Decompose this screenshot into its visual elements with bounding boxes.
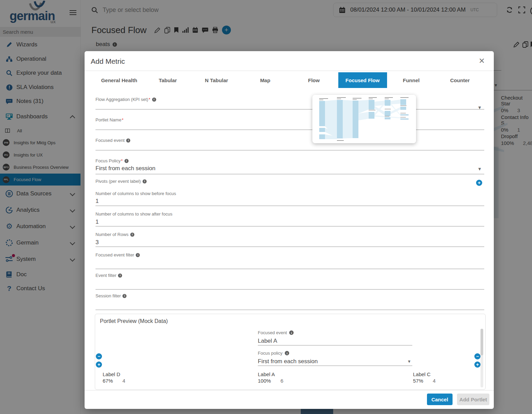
focused-event-label: Focused eventi [95, 138, 130, 143]
node-label: Label D [103, 371, 125, 377]
node-count: 6 [280, 378, 283, 384]
focused-event-input[interactable] [95, 150, 484, 150]
session-filter-input[interactable] [95, 310, 484, 310]
preview-focus-policy-label: Focus policyi [258, 351, 289, 356]
add-pivot-button[interactable]: + [476, 180, 482, 186]
dropdown-caret-icon[interactable]: ▼ [477, 166, 482, 172]
close-icon[interactable]: ✕ [479, 57, 485, 65]
focus-policy-value: First from each session [95, 165, 156, 172]
tab-focused-flow[interactable]: Focused Flow [338, 72, 387, 88]
required-asterisk: * [121, 158, 123, 163]
focus-policy-select[interactable] [95, 174, 484, 174]
collapse-right-button[interactable]: − [474, 353, 481, 359]
cols-before-value[interactable]: 1 [95, 198, 99, 205]
mini-sankey-chart [312, 95, 416, 143]
tab-n-tabular[interactable]: N Tabular [192, 72, 241, 88]
node-label: Label C [413, 371, 435, 377]
info-icon[interactable]: i [143, 179, 147, 183]
portlet-name-input[interactable] [95, 130, 484, 130]
preview-focused-event-value[interactable]: Label A [258, 338, 277, 344]
cancel-button[interactable]: Cancel [427, 394, 453, 405]
info-icon[interactable]: i [136, 253, 140, 257]
cols-before-input[interactable] [95, 206, 484, 206]
preview-focused-event-input[interactable] [258, 345, 412, 345]
focused-event-filter-input[interactable] [95, 269, 484, 269]
flow-aggregation-select[interactable] [95, 109, 484, 109]
portlet-preview: Portlet Preview (Mock Data) Focused even… [95, 314, 486, 390]
portlet-preview-title: Portlet Preview (Mock Data) [100, 318, 168, 324]
add-metric-modal: Add Metric ✕ General Health Tabular N Ta… [85, 51, 494, 409]
portlet-name-label: Portlet Name* [95, 117, 123, 122]
num-rows-input[interactable] [95, 247, 484, 247]
cols-after-label: Number of columns to show after focus [95, 211, 172, 217]
required-asterisk: * [122, 117, 123, 122]
screen: germain ux Wizards Operational Explore y… [0, 0, 532, 414]
tab-map[interactable]: Map [241, 72, 290, 88]
expand-right-button[interactable]: + [474, 361, 481, 368]
tab-flow[interactable]: Flow [290, 72, 338, 88]
preview-scrollbar[interactable] [481, 329, 483, 387]
preview-node-stat: Label D 67%4 [103, 371, 125, 384]
tab-general-health[interactable]: General Health [95, 72, 144, 88]
cols-after-value[interactable]: 1 [95, 219, 99, 225]
info-icon[interactable]: i [126, 138, 130, 143]
preview-scrollbar-thumb[interactable] [481, 329, 483, 355]
focused-event-filter-label: Focused event filteri [95, 252, 140, 257]
add-portlet-button[interactable]: Add Portlet [457, 394, 489, 405]
node-pct: 57% [413, 378, 423, 384]
info-icon[interactable]: i [285, 351, 289, 355]
collapse-left-button[interactable]: − [96, 353, 102, 359]
preview-node-stat: Label A 100%6 [258, 371, 283, 384]
preview-node-stat: Label C 57%4 [413, 371, 435, 384]
tab-funnel[interactable]: Funnel [387, 72, 436, 88]
preview-focus-policy-value: First from each session [258, 358, 318, 365]
info-icon[interactable]: i [118, 273, 122, 278]
info-icon[interactable]: i [124, 159, 129, 163]
info-icon[interactable]: i [152, 98, 156, 102]
node-pct: 67% [103, 378, 113, 384]
event-filter-label: Event filteri [95, 273, 122, 278]
expand-left-button[interactable]: + [96, 361, 102, 368]
cols-after-input[interactable] [95, 226, 484, 226]
divider [85, 71, 494, 71]
dropdown-caret-icon[interactable]: ▼ [407, 359, 411, 364]
flow-aggregation-label: Flow Aggregation (KPI set)*i [95, 97, 156, 102]
preview-focus-policy-select[interactable] [258, 366, 412, 366]
focus-policy-label: Focus Policy*i [95, 158, 129, 163]
info-icon[interactable]: i [130, 233, 134, 237]
cols-before-label: Number of columns to show before focus [95, 191, 176, 196]
node-pct: 100% [258, 378, 271, 384]
info-icon[interactable]: i [122, 294, 127, 298]
preview-focused-event-label: Focused eventi [258, 330, 294, 335]
num-rows-value[interactable]: 3 [95, 239, 99, 246]
info-icon[interactable]: i [289, 330, 294, 335]
node-label: Label A [258, 371, 283, 377]
num-rows-label: Number of Rowsi [95, 232, 134, 237]
metric-type-tabs: General Health Tabular N Tabular Map Flo… [95, 72, 484, 88]
tab-tabular[interactable]: Tabular [144, 72, 192, 88]
pivots-label: Pivots (per event label)i [95, 179, 147, 184]
session-filter-label: Session filteri [95, 293, 127, 298]
divider [85, 390, 494, 390]
modal-title: Add Metric [91, 57, 125, 65]
node-count: 4 [122, 378, 125, 384]
event-filter-input[interactable] [95, 289, 484, 290]
required-asterisk: * [149, 97, 150, 102]
focused-flow-preview-thumbnail [312, 95, 416, 143]
node-count: 4 [433, 378, 435, 384]
tab-counter[interactable]: Counter [435, 72, 484, 88]
